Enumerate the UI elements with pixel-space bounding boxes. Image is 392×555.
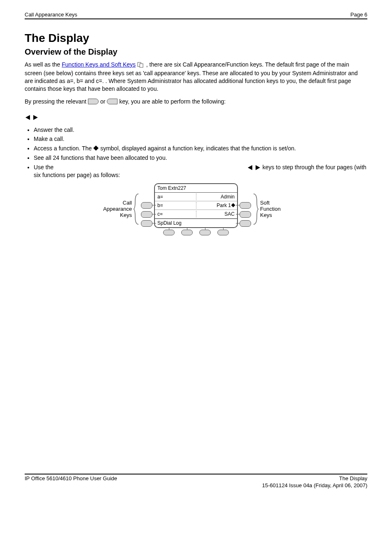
display-title: Tom Extn227: [155, 184, 237, 193]
phone-display: Tom Extn227 a= Admin b= Park 1 c= SAC Sp…: [154, 183, 238, 228]
link-icon: [137, 62, 145, 69]
phone-display-diagram: CallAppearanceKeys Tom Extn227 a= Admin …: [25, 183, 367, 235]
bottom-button-row: [163, 230, 229, 235]
bullet-answer: Answer the call.: [34, 126, 367, 134]
row-right: Admin: [221, 194, 235, 200]
page-footer-2: 15-601124 Issue 04a (Friday, April 06, 2…: [25, 482, 367, 488]
left-arrow-icon: [25, 115, 30, 120]
row-left: b=: [157, 203, 163, 208]
row-right: SAC: [224, 211, 235, 217]
button-note: By pressing the relevant or key, you are…: [25, 98, 367, 121]
intro-text: As well as the: [25, 61, 62, 68]
bullet-access-function: Access a function. The symbol, displayed…: [34, 145, 367, 152]
right-brace-icon: [253, 193, 258, 225]
intro-paragraph-1: As well as the Function Keys and Soft Ke…: [25, 61, 367, 93]
soft-function-key: [240, 220, 251, 227]
footer-right-bottom: 15-601124 Issue 04a (Friday, April 06, 2…: [262, 482, 367, 488]
call-appearance-key: [141, 211, 152, 218]
left-half-button-icon: [107, 99, 118, 104]
header-rule: [25, 18, 367, 19]
action-bullet-list: Answer the call. Make a call. Access a f…: [34, 126, 367, 179]
right-side-label: SoftFunctionKeys: [260, 200, 297, 219]
display-row: c= SAC: [155, 210, 237, 219]
section-title: The Display: [25, 32, 367, 45]
call-key-labels: a=, b= and c=: [67, 78, 102, 84]
row-right: Park 1: [217, 203, 231, 208]
left-arrow-icon: [248, 165, 252, 170]
section-subtitle: Overview of the Display: [25, 47, 367, 57]
row-left: c=: [157, 211, 163, 217]
right-key-column: [240, 191, 251, 227]
display-row: b= Park 1: [155, 201, 237, 210]
call-appearance-key: [141, 202, 152, 209]
page-footer: IP Office 5610/4610 Phone User Guide The…: [25, 475, 367, 481]
right-arrow-icon: [256, 165, 260, 170]
footer-right-top: The Display: [339, 475, 367, 481]
header-left: Call Appearance Keys: [25, 12, 77, 18]
display-row: a= Admin: [155, 193, 237, 201]
softkey-button: [181, 230, 193, 235]
bullet-use-arrows: Use the keys to step through the four pa…: [34, 164, 367, 179]
header-right: Page 6: [350, 12, 367, 18]
call-appearance-key: [141, 220, 152, 227]
softkey-button: [163, 230, 175, 235]
right-arrow-icon: [33, 115, 38, 120]
bullet-see-all: See all 24 functions that have been allo…: [34, 154, 367, 162]
display-bottom-row: SpDial Log: [155, 219, 237, 227]
soft-function-key: [240, 211, 251, 218]
left-key-column: [141, 191, 152, 227]
left-brace-icon: [134, 193, 139, 225]
row-left: a=: [157, 194, 163, 200]
left-side-label: CallAppearanceKeys: [95, 200, 132, 219]
footer-rule: [25, 474, 367, 474]
svg-rect-1: [140, 64, 143, 67]
function-keys-link[interactable]: Function Keys and Soft Keys: [62, 61, 136, 68]
softkey-button: [199, 230, 211, 235]
bullet-make-call: Make a call.: [34, 135, 367, 143]
diamond-icon: [93, 145, 99, 151]
footer-left: IP Office 5610/4610 Phone User Guide: [25, 475, 117, 481]
softkey-button: [217, 230, 229, 235]
soft-function-key: [240, 202, 251, 209]
page-header: Call Appearance Keys Page 6: [25, 12, 367, 18]
right-half-button-icon: [88, 99, 99, 104]
diamond-icon: [231, 203, 235, 207]
